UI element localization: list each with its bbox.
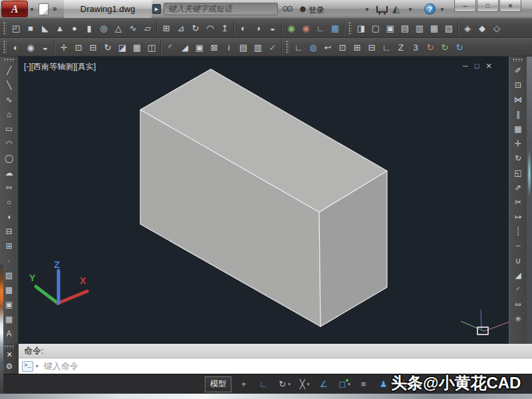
visual-style-wireframe-icon[interactable]: ▣	[383, 21, 398, 37]
break-icon[interactable]: ┄	[510, 239, 526, 253]
manage-visual-styles-icon[interactable]: ◨	[354, 21, 368, 37]
command-close-icon[interactable]: ✕	[6, 350, 12, 359]
rotate-icon[interactable]: ↻	[510, 151, 526, 166]
hatch-icon[interactable]: ▨	[1, 268, 17, 283]
isometric-drafting-icon[interactable]: ╳▾	[295, 376, 315, 392]
gizmo-icon[interactable]: ▦	[328, 21, 342, 37]
erase-icon[interactable]: ✐	[510, 63, 526, 78]
view-ne-isometric-icon[interactable]: ◇	[489, 21, 504, 37]
snap-mode-icon[interactable]: +	[235, 376, 255, 392]
intersect-icon[interactable]: ◒	[265, 21, 280, 37]
create-block-icon[interactable]: ⊞	[1, 239, 17, 253]
toolbar-grip[interactable]	[3, 41, 7, 54]
intersect-2-icon[interactable]: ◉	[23, 39, 38, 55]
close-button[interactable]: ✕	[499, 0, 521, 12]
ucs-3point-icon[interactable]: 3	[408, 39, 423, 55]
ucs-display-icon[interactable]: ∟	[313, 21, 328, 37]
mirror-icon[interactable]: ⋈	[510, 92, 526, 107]
construction-line-icon[interactable]: ╲	[1, 78, 17, 92]
spline-icon[interactable]: ∾	[1, 180, 17, 195]
offset-icon[interactable]: ∥	[510, 107, 526, 122]
toolbar-grip[interactable]	[513, 59, 523, 62]
blend-curves-icon[interactable]: ∾	[510, 297, 526, 312]
circle-icon[interactable]: ◯	[1, 151, 17, 166]
ucs-z-axis-icon[interactable]: Z	[394, 39, 408, 55]
chamfer-icon[interactable]: ◢	[510, 268, 526, 283]
exchange-store-icon[interactable]	[376, 6, 388, 13]
insert-block-icon[interactable]: ⊟	[1, 224, 17, 239]
union-2-icon[interactable]: ◐	[9, 39, 23, 55]
break-at-point-icon[interactable]: ┊	[510, 224, 526, 239]
3d-move-icon[interactable]: ✛	[57, 39, 71, 55]
fillet-edge-icon[interactable]: ◜	[163, 39, 178, 55]
sign-in-button[interactable]: 登录	[309, 5, 325, 16]
visual-style-shaded-icon[interactable]: ▧	[442, 21, 456, 37]
3d-array-icon[interactable]: ▦	[130, 39, 144, 55]
polar-tracking-icon[interactable]: ↻▾	[275, 376, 295, 392]
toolbar-grip[interactable]	[4, 59, 15, 62]
help-caret-icon[interactable]: ▼	[440, 7, 445, 13]
explode-icon[interactable]: ✳	[510, 312, 526, 327]
slice-icon[interactable]: ◪	[115, 39, 130, 55]
ucs-rotate-z-icon[interactable]: ↻	[452, 39, 467, 55]
drawing-close-button[interactable]: ✕	[485, 62, 491, 70]
stretch-icon[interactable]: ⇗	[510, 180, 526, 195]
visual-style-2d-wireframe-icon[interactable]: ▢	[368, 21, 383, 37]
convert-to-solid-icon[interactable]: ▥	[251, 39, 265, 55]
revolve-icon[interactable]: ↻	[188, 21, 203, 37]
quick-access-overflow-button[interactable]: »	[53, 4, 57, 13]
thicken-icon[interactable]: ▤	[236, 39, 251, 55]
constrained-orbit-icon[interactable]: ◉	[284, 21, 299, 37]
maximize-button[interactable]: □	[477, 0, 499, 12]
drawing-restore-button[interactable]: □	[475, 62, 479, 70]
polysolid-icon[interactable]: ◰	[9, 21, 23, 37]
3d-align-icon[interactable]: ⊟	[86, 39, 100, 55]
torus-icon[interactable]: ◎	[96, 21, 111, 37]
visual-style-hidden-icon[interactable]: ▤	[398, 21, 412, 37]
help-search-input[interactable]: 键入关键字或短语	[164, 3, 278, 15]
view-sw-isometric-icon[interactable]: ◈	[460, 21, 475, 37]
ucs-origin-icon[interactable]: ∟	[379, 39, 394, 55]
command-prompt-caret-icon[interactable]: ▾	[36, 363, 39, 369]
presspull-icon[interactable]: ⊞	[159, 21, 174, 37]
object-snap-icon[interactable]: ◻▾	[334, 376, 354, 392]
application-menu-button[interactable]: A	[1, 1, 28, 17]
move-icon[interactable]: ✛	[510, 136, 526, 151]
ucs-rotate-x-icon[interactable]: ↻	[423, 39, 438, 55]
a360-caret-icon[interactable]: ▼	[408, 7, 413, 13]
command-panel-grip[interactable]	[4, 345, 15, 348]
subtract-icon[interactable]: ◑	[251, 21, 265, 37]
model-viewport[interactable]: Y X Z [-][西南等轴测][真实] ─ □ ✕	[19, 57, 509, 344]
loft-icon[interactable]: ◠	[203, 21, 217, 37]
copy-icon[interactable]: ⊡	[510, 78, 526, 92]
chamfer-edge-icon[interactable]: ◢	[178, 39, 192, 55]
visual-style-conceptual-icon[interactable]: ▦	[427, 21, 442, 37]
wrench-customize-icon[interactable]: ⚙	[6, 362, 13, 371]
revision-cloud-icon[interactable]: ☁	[1, 166, 17, 180]
rectangle-icon[interactable]: ▭	[1, 122, 17, 136]
gradient-icon[interactable]: ▩	[1, 283, 17, 297]
toolbar-grip[interactable]	[348, 22, 352, 35]
check-interference-icon[interactable]: ⊠	[207, 39, 221, 55]
fillet-icon[interactable]: ◜	[510, 283, 526, 297]
helix-icon[interactable]: ∿	[126, 21, 140, 37]
user-icon[interactable]: ☻	[298, 4, 308, 14]
pyramid-icon[interactable]: △	[111, 21, 126, 37]
minimize-button[interactable]: ─	[454, 0, 476, 12]
sign-in-caret-icon[interactable]: ▼	[364, 7, 370, 13]
scale-icon[interactable]: ◱	[510, 166, 526, 180]
ucs-object-icon[interactable]: ⊞	[350, 39, 364, 55]
autodesk-360-icon[interactable]: ◭	[392, 4, 400, 14]
world-ucs-icon[interactable]: ◍	[306, 39, 321, 55]
region-icon[interactable]: ▣	[1, 297, 17, 312]
command-input[interactable]: >_ ▾ 键入命令	[19, 358, 532, 374]
view-se-isometric-icon[interactable]: ◆	[475, 21, 489, 37]
table-icon[interactable]: ▦	[1, 312, 17, 327]
polygon-icon[interactable]: ⌂	[1, 107, 17, 122]
viewport-controls-label[interactable]: [-][西南等轴测][真实]	[24, 61, 96, 72]
object-snap-tracking-icon[interactable]: ∠	[315, 376, 334, 392]
box-icon[interactable]: ■	[23, 21, 38, 37]
model-space-button[interactable]: 模型	[205, 376, 231, 392]
viewport-canvas[interactable]: Y X Z	[19, 57, 509, 344]
ucs-rotate-y-icon[interactable]: ↻	[438, 39, 452, 55]
